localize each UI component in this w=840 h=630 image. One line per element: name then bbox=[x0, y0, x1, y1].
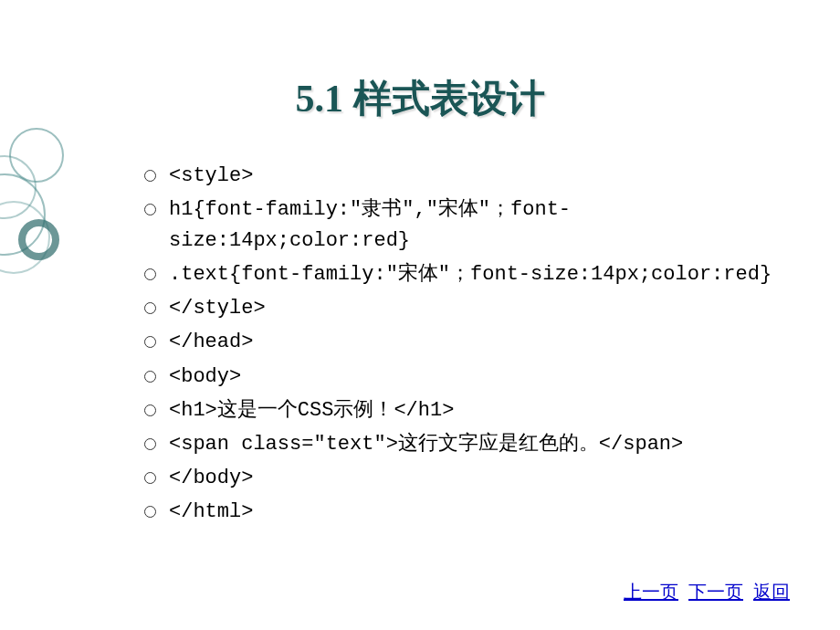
list-item: <style> bbox=[137, 161, 785, 192]
list-item: </head> bbox=[137, 327, 785, 358]
decorative-circles bbox=[0, 128, 82, 310]
list-item: </html> bbox=[137, 497, 785, 528]
prev-page-link[interactable]: 上一页 bbox=[624, 582, 678, 602]
list-item: <span class="text">这行文字应是红色的。</span> bbox=[137, 429, 785, 460]
content-list: <style> h1{font-family:"隶书","宋体"；font-si… bbox=[137, 161, 785, 528]
list-item: </style> bbox=[137, 293, 785, 324]
list-item: h1{font-family:"隶书","宋体"；font-size:14px;… bbox=[137, 194, 785, 257]
footer-navigation: 上一页 下一页 返回 bbox=[618, 580, 790, 604]
next-page-link[interactable]: 下一页 bbox=[688, 582, 743, 602]
list-item: .text{font-family:"宋体"；font-size:14px;co… bbox=[137, 259, 785, 290]
list-item: <h1>这是一个CSS示例！</h1> bbox=[137, 395, 785, 426]
circle-decoration bbox=[9, 128, 64, 183]
list-item: <body> bbox=[137, 362, 785, 393]
slide-title: 5.1 样式表设计 bbox=[0, 0, 840, 161]
back-link[interactable]: 返回 bbox=[753, 582, 790, 602]
circle-decoration bbox=[18, 219, 59, 260]
list-item: </body> bbox=[137, 463, 785, 494]
